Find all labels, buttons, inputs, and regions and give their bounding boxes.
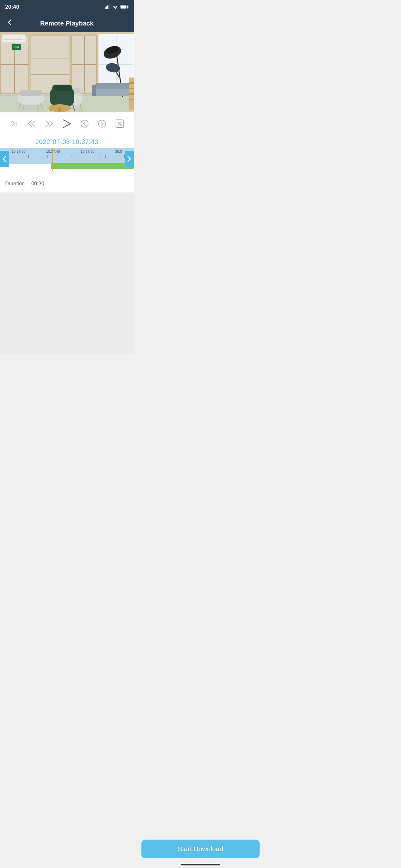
wifi-icon — [112, 5, 118, 9]
prev-clip-button[interactable] — [78, 117, 92, 131]
next-clip-icon — [98, 120, 106, 128]
close-button[interactable] — [113, 117, 127, 131]
current-timestamp: 2022-07-08 10:37:43 — [35, 138, 98, 145]
video-player: EXIT — [0, 32, 134, 113]
tick-marks — [9, 155, 125, 159]
svg-rect-0 — [104, 7, 105, 9]
prev-clip-icon — [81, 120, 89, 128]
svg-rect-2 — [107, 5, 108, 9]
svg-rect-37 — [92, 85, 96, 96]
timeline-labels: 10:37:30 10:37:40 10:37:50 38:0 — [0, 150, 134, 153]
timeline-label-1: 10:37:30 — [11, 150, 26, 153]
battery-icon — [120, 5, 128, 9]
timeline-right-icon — [127, 156, 131, 162]
timeline-progress — [51, 163, 134, 169]
svg-rect-66 — [129, 99, 134, 100]
timeline-container[interactable]: 10:37:30 10:37:40 10:37:50 38:0 — [0, 147, 134, 178]
video-scene: EXIT — [0, 32, 134, 113]
close-icon — [116, 120, 124, 128]
skip-next-button[interactable] — [7, 117, 21, 131]
header: Remote Playback — [0, 14, 134, 32]
controls-bar — [0, 113, 134, 135]
svg-rect-55 — [58, 107, 61, 113]
timeline-label-4: 38:0 — [115, 150, 122, 153]
page-title: Remote Playback — [40, 20, 94, 27]
svg-rect-6 — [121, 6, 127, 9]
svg-rect-57 — [3, 35, 25, 42]
fast-forward-button[interactable] — [42, 117, 56, 131]
timeline-cursor — [52, 148, 53, 171]
svg-rect-1 — [106, 6, 107, 9]
svg-rect-51 — [52, 85, 72, 91]
svg-rect-3 — [109, 5, 110, 9]
skip-next-icon — [10, 120, 18, 128]
duration-value: 00:30 — [31, 181, 44, 186]
status-icons — [104, 5, 128, 9]
status-time: 20:40 — [5, 4, 19, 10]
svg-text:EXIT: EXIT — [13, 46, 19, 49]
timeline-left-icon — [3, 156, 6, 162]
svg-rect-64 — [129, 88, 134, 89]
timestamp-area: 2022-07-08 10:37:43 — [0, 135, 134, 147]
fast-forward-icon — [44, 120, 54, 127]
timeline-right-button[interactable] — [125, 151, 134, 167]
back-icon — [8, 19, 11, 26]
timeline-scroll[interactable]: 10:37:30 10:37:40 10:37:50 38:0 — [0, 148, 134, 174]
svg-rect-5 — [127, 6, 128, 8]
duration-area: Duration： 00:30 — [0, 178, 134, 192]
play-button[interactable] — [60, 117, 74, 131]
rewind-button[interactable] — [25, 117, 39, 131]
timeline-track[interactable]: 10:37:30 10:37:40 10:37:50 38:0 — [0, 148, 134, 174]
svg-rect-41 — [19, 90, 42, 96]
svg-rect-36 — [95, 83, 131, 89]
svg-rect-63 — [129, 82, 134, 84]
rewind-icon — [27, 120, 36, 127]
signal-icon — [104, 5, 111, 9]
status-bar: 20:40 — [0, 0, 134, 14]
svg-point-69 — [98, 120, 105, 127]
content-area — [0, 192, 134, 354]
timeline-label-3: 10:37:50 — [81, 150, 95, 153]
play-icon — [63, 119, 71, 128]
duration-label: Duration： 00:30 — [5, 181, 44, 186]
next-clip-button[interactable] — [95, 117, 109, 131]
timeline-left-button[interactable] — [0, 151, 9, 167]
svg-rect-65 — [129, 93, 134, 95]
back-button[interactable] — [5, 18, 14, 29]
svg-point-68 — [81, 120, 88, 127]
